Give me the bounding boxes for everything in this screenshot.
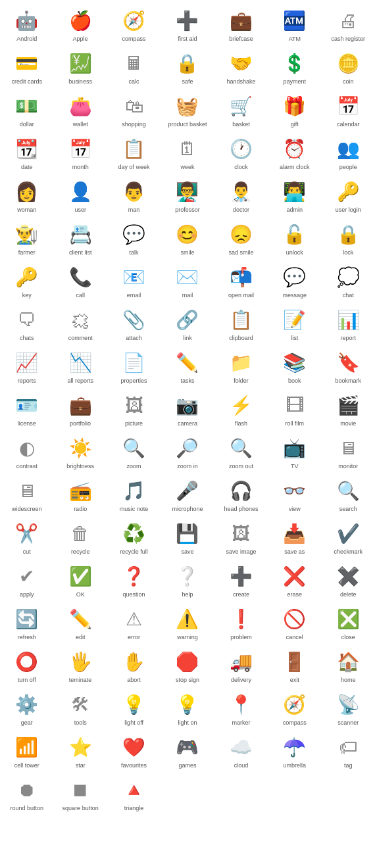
- icon-cell-delete[interactable]: ✖️delete: [322, 558, 375, 601]
- icon-cell-delivery[interactable]: 🚚delivery: [214, 644, 268, 687]
- icon-cell-admin[interactable]: 👨‍💻admin: [268, 174, 321, 216]
- icon-cell-create[interactable]: ➕create: [214, 558, 268, 601]
- icon-cell-open-mail[interactable]: 📬open mail: [214, 259, 268, 302]
- icon-cell-gear[interactable]: ⚙️gear: [0, 687, 53, 729]
- icon-cell-first-aid[interactable]: ➕first aid: [161, 3, 214, 45]
- icon-cell-apply[interactable]: ✔apply: [0, 558, 53, 601]
- icon-cell-search[interactable]: 🔍search: [322, 473, 375, 516]
- icon-cell-payment[interactable]: 💲payment: [268, 45, 321, 88]
- icon-cell-tag[interactable]: 🏷tag: [322, 729, 375, 772]
- icon-cell-date[interactable]: 📆date: [0, 131, 53, 174]
- icon-cell-cash-register[interactable]: 🖨cash register: [322, 3, 375, 45]
- icon-cell-week[interactable]: 🗓week: [161, 131, 214, 174]
- icon-cell-cloud[interactable]: ☁️cloud: [214, 729, 268, 772]
- icon-cell-portfolio[interactable]: 💼portfolio: [53, 387, 107, 430]
- icon-cell-client-list[interactable]: 📇client list: [53, 216, 107, 259]
- icon-cell-attach[interactable]: 📎attach: [107, 302, 161, 345]
- icon-cell-cell-tower[interactable]: 📶cell tower: [0, 729, 53, 772]
- icon-cell-roll-film[interactable]: 🎞roll film: [268, 387, 321, 430]
- icon-cell-email[interactable]: 📧email: [107, 259, 161, 302]
- icon-cell-picture[interactable]: 🖼picture: [107, 387, 161, 430]
- icon-cell-calc[interactable]: 🖩calc: [107, 45, 161, 88]
- icon-cell-stop-sign[interactable]: 🛑stop sign: [161, 644, 214, 687]
- icon-cell-alarm-clock[interactable]: ⏰alarm clock: [268, 131, 321, 174]
- icon-cell-scanner[interactable]: 📡scanner: [322, 687, 375, 729]
- icon-cell-atm[interactable]: 🏧ATM: [268, 3, 321, 45]
- icon-cell-games[interactable]: 🎮games: [161, 729, 214, 772]
- icon-cell-terminate[interactable]: 🖐teminate: [53, 644, 107, 687]
- icon-cell-square-button[interactable]: ⏹square button: [53, 772, 107, 815]
- icon-cell-erase[interactable]: ❌erase: [268, 558, 321, 601]
- icon-cell-checkmark[interactable]: ✔️checkmark: [322, 516, 375, 558]
- icon-cell-favourites[interactable]: ❤️favourites: [107, 729, 161, 772]
- icon-cell-compass2[interactable]: 🧭compass: [268, 687, 321, 729]
- icon-cell-camera[interactable]: 📷camera: [161, 387, 214, 430]
- icon-cell-properties[interactable]: 📄properties: [107, 345, 161, 387]
- icon-cell-folder[interactable]: 📁folder: [214, 345, 268, 387]
- icon-cell-zoom[interactable]: 🔍zoom: [107, 430, 161, 473]
- icon-cell-edit[interactable]: ✏️edit: [53, 601, 107, 644]
- icon-cell-cut[interactable]: ✂️cut: [0, 516, 53, 558]
- icon-cell-tasks[interactable]: ✏️tasks: [161, 345, 214, 387]
- icon-cell-briefcase[interactable]: 💼briefcase: [214, 3, 268, 45]
- icon-cell-error[interactable]: ⚠error: [107, 601, 161, 644]
- icon-cell-lock[interactable]: 🔒lock: [322, 216, 375, 259]
- icon-cell-month[interactable]: 📅month: [53, 131, 107, 174]
- icon-cell-reports[interactable]: 📈reports: [0, 345, 53, 387]
- icon-cell-widescreen[interactable]: 🖥widescreen: [0, 473, 53, 516]
- icon-cell-talk[interactable]: 💬talk: [107, 216, 161, 259]
- icon-cell-bookmark[interactable]: 🔖bookmark: [322, 345, 375, 387]
- icon-cell-turn-off[interactable]: ⭕turn off: [0, 644, 53, 687]
- icon-cell-zoom-in[interactable]: 🔎zoom in: [161, 430, 214, 473]
- icon-cell-help[interactable]: ❔help: [161, 558, 214, 601]
- icon-cell-warning[interactable]: ⚠️warning: [161, 601, 214, 644]
- icon-cell-business[interactable]: 💹business: [53, 45, 107, 88]
- icon-cell-triangle[interactable]: 🔺triangle: [107, 772, 161, 815]
- icon-cell-android[interactable]: 🤖Android: [0, 3, 53, 45]
- icon-cell-handshake[interactable]: 🤝handshake: [214, 45, 268, 88]
- icon-cell-unlock[interactable]: 🔓unlock: [268, 216, 321, 259]
- icon-cell-message[interactable]: 💬message: [268, 259, 321, 302]
- icon-cell-chat[interactable]: 💭chat: [322, 259, 375, 302]
- icon-cell-dollar[interactable]: 💵dollar: [0, 88, 53, 131]
- icon-cell-book[interactable]: 📚book: [268, 345, 321, 387]
- icon-cell-refresh[interactable]: 🔄refresh: [0, 601, 53, 644]
- icon-cell-license[interactable]: 🪪license: [0, 387, 53, 430]
- icon-cell-sad-smile[interactable]: 😞sad smile: [214, 216, 268, 259]
- icon-cell-professor[interactable]: 👨‍🏫professor: [161, 174, 214, 216]
- icon-cell-umbrella[interactable]: ☂️umbrella: [268, 729, 321, 772]
- icon-cell-question[interactable]: ❓question: [107, 558, 161, 601]
- icon-cell-light-off[interactable]: 💡light off: [107, 687, 161, 729]
- icon-cell-abort[interactable]: ✋abort: [107, 644, 161, 687]
- icon-cell-light-on[interactable]: 💡light on: [161, 687, 214, 729]
- icon-cell-calendar[interactable]: 📅calendar: [322, 88, 375, 131]
- icon-cell-safe[interactable]: 🔒safe: [161, 45, 214, 88]
- icon-cell-mail[interactable]: ✉️mail: [161, 259, 214, 302]
- icon-cell-head-phones[interactable]: 🎧head phones: [214, 473, 268, 516]
- icon-cell-radio[interactable]: 📻radio: [53, 473, 107, 516]
- icon-cell-round-button[interactable]: ⏺round button: [0, 772, 53, 815]
- icon-cell-view[interactable]: 👓view: [268, 473, 321, 516]
- icon-cell-star[interactable]: ⭐star: [53, 729, 107, 772]
- icon-cell-brightness[interactable]: ☀️brightness: [53, 430, 107, 473]
- icon-cell-recycle-full[interactable]: ♻️recycle full: [107, 516, 161, 558]
- icon-cell-day-of-week[interactable]: 📋day of week: [107, 131, 161, 174]
- icon-cell-user[interactable]: 👤user: [53, 174, 107, 216]
- icon-cell-compass[interactable]: 🧭compass: [107, 3, 161, 45]
- icon-cell-microphone[interactable]: 🎤microphone: [161, 473, 214, 516]
- icon-cell-comment[interactable]: 🗯comment: [53, 302, 107, 345]
- icon-cell-list[interactable]: 📝list: [268, 302, 321, 345]
- icon-cell-problem[interactable]: ❗problem: [214, 601, 268, 644]
- icon-cell-all-reports[interactable]: 📉all reports: [53, 345, 107, 387]
- icon-cell-exit[interactable]: 🚪exit: [268, 644, 321, 687]
- icon-cell-music-note[interactable]: 🎵music note: [107, 473, 161, 516]
- icon-cell-movie[interactable]: 🎬movie: [322, 387, 375, 430]
- icon-cell-basket[interactable]: 🛒basket: [214, 88, 268, 131]
- icon-cell-report[interactable]: 📊report: [322, 302, 375, 345]
- icon-cell-clipboard[interactable]: 📋clipboard: [214, 302, 268, 345]
- icon-cell-monitor[interactable]: 🖥monitor: [322, 430, 375, 473]
- icon-cell-tools[interactable]: 🛠tools: [53, 687, 107, 729]
- icon-cell-cancel[interactable]: 🚫cancel: [268, 601, 321, 644]
- icon-cell-link[interactable]: 🔗link: [161, 302, 214, 345]
- icon-cell-save-image[interactable]: 🖼save image: [214, 516, 268, 558]
